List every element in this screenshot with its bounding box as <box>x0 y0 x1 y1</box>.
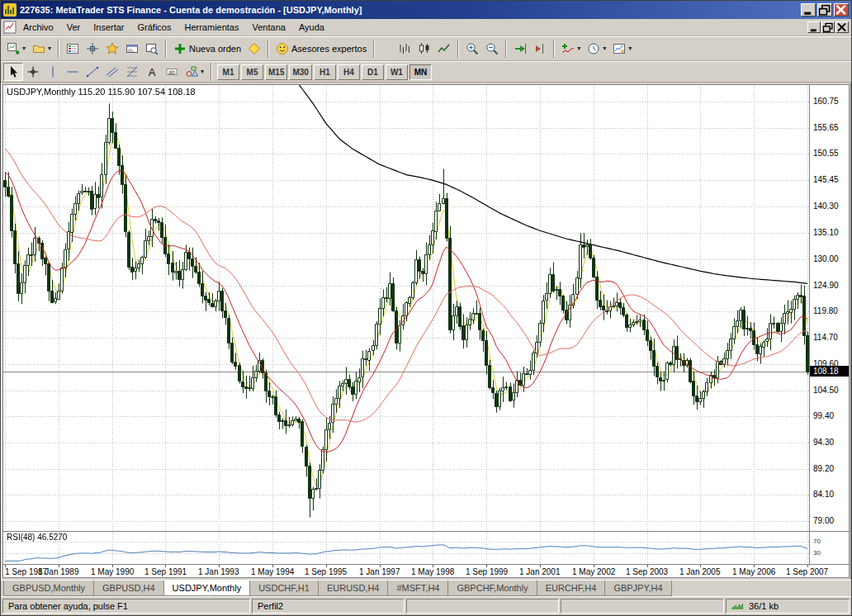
rsi-canvas[interactable] <box>3 532 809 564</box>
minimize-button[interactable] <box>801 3 816 17</box>
new-order-icon <box>173 42 187 55</box>
market-watch-button[interactable] <box>63 39 83 59</box>
toolbar-separator <box>553 40 555 58</box>
menu-item-archivo[interactable]: Archivo <box>17 21 60 34</box>
data-window-button[interactable] <box>83 39 102 59</box>
title-bar[interactable]: 227635: MetaTrader STS Finance - Cuenta … <box>1 1 851 19</box>
status-bar: Para obtener ayuda, pulse F1 Perfil2 36/… <box>1 596 851 615</box>
rsi-panel[interactable]: RSI(48) 46.5270 7030 <box>3 531 849 564</box>
child-minimize-button[interactable] <box>807 21 821 33</box>
chart-tab--msft-h4[interactable]: #MSFT,H4 <box>387 580 448 596</box>
strategy-tester-button[interactable] <box>142 39 162 59</box>
shapes-tool-button[interactable]: ▾ <box>182 63 207 81</box>
menu-item-insertar[interactable]: Insertar <box>87 21 130 34</box>
chart-candles-button[interactable] <box>414 39 434 59</box>
menu-item-grficos[interactable]: Gráficos <box>131 21 178 34</box>
expert-advisors-button[interactable]: Asesores expertos <box>272 39 370 59</box>
label-tool-button[interactable]: ab <box>162 63 182 81</box>
traffic-label: 36/1 kb <box>749 601 779 611</box>
timeframe-m1-button[interactable]: M1 <box>217 64 239 80</box>
fibonacci-icon <box>125 65 139 78</box>
indicators-button[interactable]: ▾ <box>558 39 584 59</box>
toolbar-separator <box>457 40 459 58</box>
timeframe-m15-button[interactable]: M15 <box>265 64 287 80</box>
time-axis-label: 1 Jan 2001 <box>519 567 561 576</box>
status-profile[interactable]: Perfil2 <box>252 599 405 614</box>
rsi-label: RSI(48) 46.5270 <box>7 533 67 542</box>
metaeditor-button[interactable] <box>244 39 264 59</box>
menu-item-herramientas[interactable]: Herramientas <box>178 21 245 34</box>
chart-tabs-bar: GBPUSD,MonthlyGBPUSD,H4USDJPY,MonthlyUSD… <box>1 580 851 596</box>
crosshair-tool-button[interactable] <box>23 63 43 81</box>
time-axis-label: 1 May 2002 <box>572 567 615 576</box>
new-order-button[interactable]: Nueva orden <box>170 39 244 59</box>
chart-line-button[interactable] <box>434 39 454 59</box>
hline-icon <box>66 65 79 78</box>
chart-tab-eurchf-h4[interactable]: EURCHF,H4 <box>537 580 606 596</box>
chart-tab-eurusd-h4[interactable]: EURUSD,H4 <box>318 580 389 596</box>
auto-scroll-button[interactable] <box>510 39 530 59</box>
chart-tab-usdchf-h1[interactable]: USDCHF,H1 <box>249 580 319 596</box>
price-axis-label: 155.65 <box>813 123 839 132</box>
rsi-level-label: 70 <box>813 538 821 545</box>
menu-item-ventana[interactable]: Ventana <box>246 21 292 34</box>
chart-tab-usdjpy-monthly[interactable]: USDJPY,Monthly <box>163 580 251 596</box>
expert-advisors-label: Asesores expertos <box>291 44 367 54</box>
timeframe-h1-button[interactable]: H1 <box>314 64 336 80</box>
hline-tool-button[interactable] <box>63 63 83 81</box>
child-restore-button[interactable] <box>821 21 835 33</box>
templates-button[interactable]: ▾ <box>609 39 635 59</box>
chart-tab-gbpchf-monthly[interactable]: GBPCHF,Monthly <box>447 580 537 596</box>
timeframe-mn-button[interactable]: MN <box>409 64 432 80</box>
chart-bars-icon <box>398 42 411 55</box>
timeframe-m30-button[interactable]: M30 <box>289 64 311 80</box>
dropdown-arrow-icon: ▾ <box>603 45 606 52</box>
text-tool-button[interactable]: A <box>142 63 162 81</box>
chart-tab-gbpusd-monthly[interactable]: GBPUSD,Monthly <box>3 580 94 596</box>
price-axis-label: 114.70 <box>813 333 838 342</box>
chart-tab-gbpjpy-h4[interactable]: GBPJPY,H4 <box>604 580 671 596</box>
menu-item-ver[interactable]: Ver <box>60 21 88 34</box>
price-chart-canvas[interactable] <box>3 85 809 531</box>
chart-bars-button[interactable] <box>395 39 414 59</box>
chart-tab-gbpusd-h4[interactable]: GBPUSD,H4 <box>93 580 164 596</box>
terminal-button[interactable] <box>122 39 142 59</box>
time-axis-label: 1 Jan 2005 <box>679 567 721 576</box>
timeframe-d1-button[interactable]: D1 <box>362 64 384 80</box>
price-axis-label: 94.30 <box>813 438 834 447</box>
main-plot[interactable]: USDJPY,Monthly 115.20 115.90 107.54 108.… <box>3 85 849 531</box>
cursor-tool-button[interactable] <box>3 63 23 81</box>
time-axis-label: 1 May 1994 <box>251 567 294 576</box>
timeframe-m5-button[interactable]: M5 <box>241 64 263 80</box>
price-axis-label: 84.10 <box>813 490 834 499</box>
timeframe-h4-button[interactable]: H4 <box>338 64 360 80</box>
price-axis: 160.75155.65150.55145.45140.30135.10130.… <box>809 85 849 531</box>
vline-icon <box>46 65 59 78</box>
price-axis-label: 89.20 <box>813 464 834 473</box>
dropdown-arrow-icon: ▾ <box>577 45 580 52</box>
restore-button[interactable] <box>817 3 832 17</box>
close-button[interactable] <box>834 3 849 17</box>
menu-item-ayuda[interactable]: Ayuda <box>292 21 331 34</box>
timeframe-w1-button[interactable]: W1 <box>386 64 408 80</box>
price-axis-label: 124.90 <box>813 281 839 290</box>
trendline-tool-button[interactable] <box>83 63 102 81</box>
navigator-button[interactable] <box>102 39 122 59</box>
channel-tool-button[interactable] <box>102 63 122 81</box>
zoom-in-icon <box>466 42 479 55</box>
zoom-in-button[interactable] <box>462 39 482 59</box>
new-chart-button[interactable]: ▾ <box>3 39 29 59</box>
periods-button[interactable]: ▾ <box>584 39 609 59</box>
application-window: 227635: MetaTrader STS Finance - Cuenta … <box>0 0 852 616</box>
chart-shift-button[interactable] <box>530 39 550 59</box>
dropdown-arrow-icon: ▾ <box>48 45 51 52</box>
connection-bars-icon <box>731 599 745 613</box>
fibonacci-tool-button[interactable] <box>122 63 142 81</box>
child-close-button[interactable] <box>835 21 849 33</box>
zoom-out-button[interactable] <box>482 39 502 59</box>
vline-tool-button[interactable] <box>43 63 63 81</box>
time-axis-label: 1 Sep 2003 <box>626 567 668 576</box>
profiles-button[interactable]: ▾ <box>29 39 54 59</box>
status-panel-empty-2 <box>561 599 724 614</box>
text-icon: A <box>145 65 159 78</box>
